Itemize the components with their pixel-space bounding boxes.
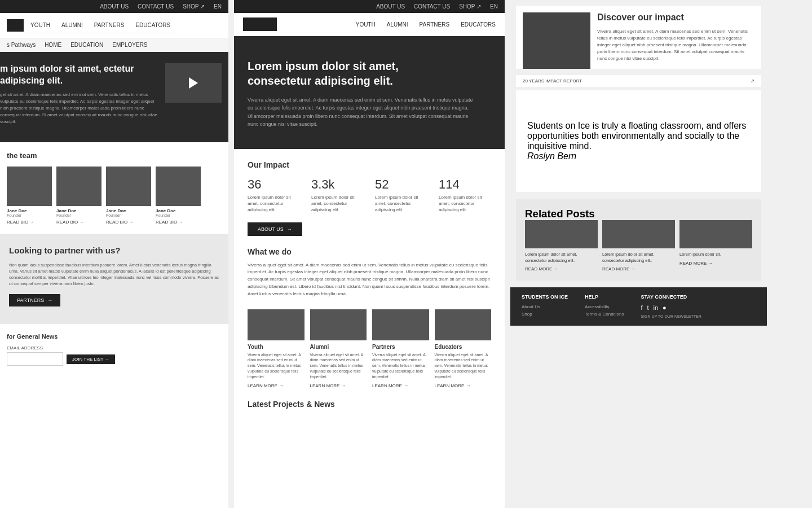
youth-learn-more[interactable]: LEARN MORE →	[248, 383, 304, 388]
footer-accessibility[interactable]: Accessibility	[585, 304, 624, 309]
left-logo[interactable]	[7, 19, 24, 32]
team-member-name: Jane Doe	[7, 208, 52, 213]
left-nav-educators[interactable]: EDUCATORS	[135, 17, 170, 33]
footer-shop[interactable]: Shop	[522, 312, 568, 317]
mid-logo[interactable]	[243, 17, 277, 31]
left-subnav-education[interactable]: EDUCATION	[70, 42, 103, 48]
team-card: Jane Doe Founder READ BIO →	[7, 167, 52, 225]
left-nav-youth[interactable]: YOUTH	[30, 17, 50, 33]
read-more-link-0[interactable]: READ MORE →	[525, 266, 598, 271]
left-hero-body: get sit amet. A diam maecenas sed enim u…	[0, 91, 160, 125]
left-nav-partners[interactable]: PARTNERS	[94, 17, 125, 33]
team-member-image	[56, 167, 102, 206]
footer-col-3: STAY CONNECTED f t in ● SIGN UP TO OUR N…	[641, 294, 701, 319]
newsletter-signup-label[interactable]: SIGN UP TO OUR NEWSLETTER	[641, 314, 701, 318]
read-bio-link[interactable]: READ BIO →	[7, 220, 52, 225]
footer-social-links: f t in ●	[641, 304, 701, 311]
email-label: EMAIL ADDRESS	[7, 345, 222, 351]
impact-stat-1: 3.3k Lorem ipsum dolor sit amet, consect…	[311, 177, 364, 213]
mid-contact-link[interactable]: CONTACT US	[414, 3, 450, 10]
educators-card-image	[435, 309, 492, 340]
mid-about-link[interactable]: ABOUT US	[376, 3, 405, 10]
facebook-icon[interactable]: f	[641, 304, 642, 311]
impact-stat-3: 114 Lorem ipsum dolor sit amet, consecte…	[439, 177, 491, 213]
audience-card-partners: Partners Viverra aliquet eget sit amet. …	[372, 309, 429, 388]
instagram-icon[interactable]: ●	[663, 304, 667, 311]
team-member-role: Founder	[56, 213, 102, 217]
related-posts-list: Lorem ipsum dolor sit amet, consectetur …	[525, 220, 752, 271]
newsletter-label: for General News	[7, 333, 222, 340]
stat-desc: Lorem ipsum dolor sit amet, consectetur …	[439, 194, 491, 213]
partners-button[interactable]: PARTNERS →	[9, 294, 60, 306]
related-post-desc: Lorem ipsum dolor sit.	[679, 252, 752, 258]
partner-cta: Looking to partner with us? Non quam lac…	[0, 234, 228, 324]
left-nav-alumni[interactable]: ALUMNI	[61, 17, 83, 33]
team-card: Jane Doe Founder READ BIO →	[106, 167, 151, 225]
twitter-icon[interactable]: t	[647, 304, 648, 311]
latest-news-heading: Latest Projects & News	[248, 400, 491, 409]
mid-nav-youth[interactable]: YOUTH	[356, 19, 376, 30]
stat-desc: Lorem ipsum dolor sit amet, consectetur …	[248, 194, 300, 213]
related-post-1: Lorem ipsum dolor sit amet, consectetur …	[602, 220, 675, 271]
left-logo-bar: YOUTH ALUMNI PARTNERS EDUCATORS	[0, 13, 228, 38]
team-card: Jane Doe Founder READ BIO →	[156, 167, 201, 225]
partner-cta-title: Looking to partner with us?	[9, 245, 219, 256]
audience-card-educators: Educators Viverra aliquet eget sit amet.…	[435, 309, 492, 388]
impact-stat-0: 36 Lorem ipsum dolor sit amet, consectet…	[248, 177, 300, 213]
email-input[interactable]	[7, 352, 63, 366]
footer-col1-heading: STUDENTS ON ICE	[522, 294, 568, 300]
educators-learn-more[interactable]: LEARN MORE →	[435, 383, 492, 388]
left-subnav-pathways[interactable]: s Pathways	[7, 42, 36, 48]
footer-terms[interactable]: Terms & Conditions	[585, 312, 624, 317]
footer-col-2: HELP Accessibility Terms & Conditions	[585, 294, 624, 319]
stat-number: 114	[439, 177, 491, 192]
left-contact-link[interactable]: CONTACT US	[138, 3, 174, 10]
team-heading: the team	[7, 151, 222, 160]
impact-report-link-bar[interactable]: 20 YEARS IMPACT REPORT ↗	[516, 75, 761, 87]
read-more-link-1[interactable]: READ MORE →	[602, 266, 675, 271]
audience-card-alumni: Alumni Viverra aliquet eget sit amet. A …	[310, 309, 367, 388]
mid-shop-link[interactable]: SHOP ↗	[459, 3, 481, 10]
team-member-image	[156, 167, 201, 206]
left-hero-title: m ipsum dolor sit amet, ectetur adipisci…	[0, 63, 160, 87]
about-us-button[interactable]: ABOUT US →	[248, 222, 302, 236]
left-sub-nav: s Pathways HOME EDUCATION EMPLOYERS	[0, 38, 228, 52]
related-post-desc: Lorem ipsum dolor sit amet, consectetur …	[602, 252, 675, 264]
youth-card-body: Viverra aliquet eget sit amet. A diam ma…	[248, 352, 304, 380]
partner-cta-body: Non quam lacus suspendisse faucibus inte…	[9, 262, 219, 287]
footer-about-us[interactable]: About Us	[522, 304, 568, 309]
read-bio-link[interactable]: READ BIO →	[56, 220, 102, 225]
left-about-link[interactable]: ABOUT US	[100, 3, 129, 10]
quote-text: Students on Ice is truly a floating clas…	[527, 121, 750, 151]
middle-panel: ABOUT US CONTACT US SHOP ↗ EN YOUTH ALUM…	[234, 0, 505, 508]
team-cards: Jane Doe Founder READ BIO → Jane Doe Fou…	[7, 167, 222, 225]
related-post-0: Lorem ipsum dolor sit amet, consectetur …	[525, 220, 598, 271]
mid-lang-link[interactable]: EN	[490, 3, 498, 10]
read-more-link-2[interactable]: READ MORE →	[679, 261, 752, 266]
related-posts-section: Related Posts Lorem ipsum dolor sit amet…	[516, 199, 761, 281]
our-impact-heading: Our Impact	[248, 160, 491, 169]
team-member-image	[7, 167, 52, 206]
left-subnav-home[interactable]: HOME	[45, 42, 61, 48]
mid-main-nav: YOUTH ALUMNI PARTNERS EDUCATORS	[356, 19, 496, 30]
left-shop-link[interactable]: SHOP ↗	[183, 3, 205, 10]
impact-report-heading: Discover our impact	[597, 12, 754, 23]
related-post-2: Lorem ipsum dolor sit. READ MORE →	[679, 220, 752, 271]
alumni-learn-more[interactable]: LEARN MORE →	[310, 383, 367, 388]
linkedin-icon[interactable]: in	[654, 304, 659, 311]
read-bio-link[interactable]: READ BIO →	[106, 220, 151, 225]
impact-report-link-label: 20 YEARS IMPACT REPORT	[523, 78, 582, 84]
mid-nav-partners[interactable]: PARTNERS	[420, 19, 450, 30]
left-main-nav: YOUTH ALUMNI PARTNERS EDUCATORS	[24, 17, 177, 33]
join-list-button[interactable]: JOIN THE LIST →	[67, 354, 115, 364]
read-bio-link[interactable]: READ BIO →	[156, 220, 201, 225]
newsletter-form: JOIN THE LIST →	[7, 352, 222, 366]
team-member-role: Founder	[156, 213, 201, 217]
left-lang-link[interactable]: EN	[214, 3, 222, 10]
left-hero-video[interactable]	[165, 63, 222, 103]
left-subnav-employers[interactable]: EMPLOYERS	[112, 42, 147, 48]
mid-nav-educators[interactable]: EDUCATORS	[461, 19, 496, 30]
audience-cards: Youth Viverra aliquet eget sit amet. A d…	[248, 309, 491, 388]
partners-learn-more[interactable]: LEARN MORE →	[372, 383, 429, 388]
mid-nav-alumni[interactable]: ALUMNI	[387, 19, 408, 30]
